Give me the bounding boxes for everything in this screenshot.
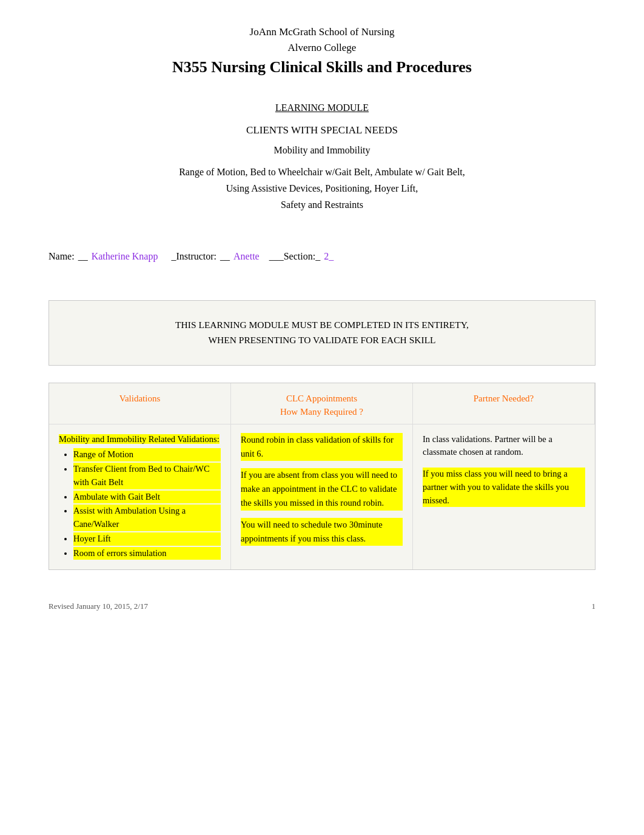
section-value: 2_ bbox=[324, 249, 334, 264]
learning-module-label: LEARNING MODULE bbox=[49, 101, 595, 115]
skills-line1: Range of Motion, Bed to Wheelchair w/Gai… bbox=[49, 164, 595, 180]
notice-line2: WHEN PRESENTING TO VALIDATE FOR EACH SKI… bbox=[73, 333, 571, 348]
col2-para3: You will need to schedule two 30minute a… bbox=[241, 518, 403, 546]
skills-list: Range of Motion Transfer Client from Bed… bbox=[59, 448, 221, 560]
module-title: CLIENTS WITH SPECIAL NEEDS bbox=[49, 122, 595, 138]
footer-left: Revised January 10, 2015, 2/17 bbox=[49, 600, 148, 612]
col1-body: Mobility and Immobility Related Validati… bbox=[49, 424, 231, 570]
instructor-value: Anette bbox=[233, 249, 260, 264]
name-row: Name: __ Katherine Knapp _Instructor: __… bbox=[49, 249, 595, 264]
col3-body: In class validations. Partner will be a … bbox=[413, 424, 595, 570]
skills-line3: Safety and Restraints bbox=[49, 196, 595, 213]
instructor-underline: __ bbox=[220, 249, 230, 264]
name-value: Katherine Knapp bbox=[92, 249, 158, 264]
course-title: N355 Nursing Clinical Skills and Procedu… bbox=[49, 55, 595, 79]
page-header: JoAnn McGrath School of Nursing Alverno … bbox=[49, 24, 595, 79]
skill-item-6: Room of errors simulation bbox=[73, 547, 221, 560]
school-name: JoAnn McGrath School of Nursing bbox=[49, 24, 595, 40]
skill-item-3: Ambulate with Gait Belt bbox=[73, 491, 221, 504]
module-subtitle: Mobility and Immobility bbox=[49, 143, 595, 158]
col2-para1: Round robin in class validation of skill… bbox=[241, 433, 403, 461]
skill-item-1: Range of Motion bbox=[73, 448, 221, 461]
col1-header: Validations bbox=[49, 383, 231, 424]
col3-header: Partner Needed? bbox=[413, 383, 595, 424]
col2-para2: If you are absent from class you will ne… bbox=[241, 468, 403, 511]
skill-item-5: Hoyer Lift bbox=[73, 532, 221, 546]
info-table: Validations CLC Appointments How Many Re… bbox=[49, 383, 595, 571]
page-footer: Revised January 10, 2015, 2/17 1 bbox=[49, 600, 595, 612]
skills-line2: Using Assistive Devices, Positioning, Ho… bbox=[49, 180, 595, 196]
skills-description: Range of Motion, Bed to Wheelchair w/Gai… bbox=[49, 164, 595, 213]
skill-item-2: Transfer Client from Bed to Chair/WC wit… bbox=[73, 463, 221, 489]
col1-title: Mobility and Immobility Related Validati… bbox=[59, 434, 220, 444]
notice-line1: THIS LEARNING MODULE MUST BE COMPLETED I… bbox=[73, 318, 571, 333]
col3-para2: If you miss class you will need to bring… bbox=[423, 468, 585, 507]
name-underline: __ bbox=[78, 249, 88, 264]
section-label: ___Section:_ bbox=[269, 249, 320, 264]
footer-right: 1 bbox=[592, 600, 596, 612]
college-name: Alverno College bbox=[49, 40, 595, 56]
col3-para1: In class validations. Partner will be a … bbox=[423, 433, 585, 460]
instructor-label: _Instructor: bbox=[171, 249, 216, 264]
notice-box: THIS LEARNING MODULE MUST BE COMPLETED I… bbox=[49, 300, 595, 366]
col2-body: Round robin in class validation of skill… bbox=[231, 424, 413, 570]
name-label: Name: bbox=[49, 249, 75, 264]
col2-header: CLC Appointments How Many Required ? bbox=[231, 383, 413, 424]
skill-item-4: Assist with Ambulation Using a Cane/Walk… bbox=[73, 505, 221, 531]
